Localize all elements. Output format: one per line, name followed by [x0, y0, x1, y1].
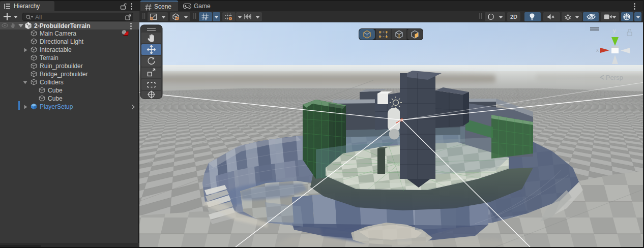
svg-text:Y: Y — [204, 17, 207, 21]
svg-text:x: x — [596, 47, 599, 53]
svg-text:y: y — [613, 27, 616, 34]
svg-text:Persp: Persp — [606, 74, 623, 81]
